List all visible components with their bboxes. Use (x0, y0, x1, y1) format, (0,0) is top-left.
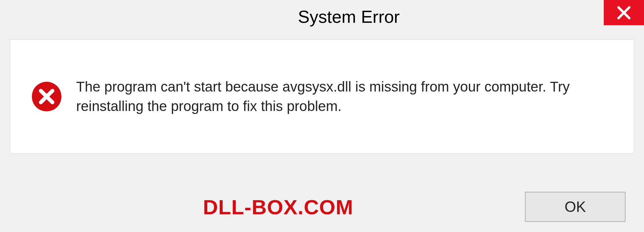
error-dialog: System Error The program can't start bec… (0, 0, 644, 232)
ok-button-label: OK (565, 198, 586, 215)
dialog-title: System Error (298, 7, 399, 27)
error-message: The program can't start because avgsysx.… (76, 77, 613, 116)
error-icon (31, 80, 63, 113)
dialog-footer: DLL-BOX.COM OK (0, 192, 644, 222)
close-button[interactable] (604, 0, 644, 25)
ok-button[interactable]: OK (525, 192, 626, 222)
dialog-body: The program can't start because avgsysx.… (10, 40, 634, 154)
watermark-text: DLL-BOX.COM (203, 195, 353, 219)
close-icon (616, 5, 631, 20)
titlebar: System Error (0, 0, 644, 34)
